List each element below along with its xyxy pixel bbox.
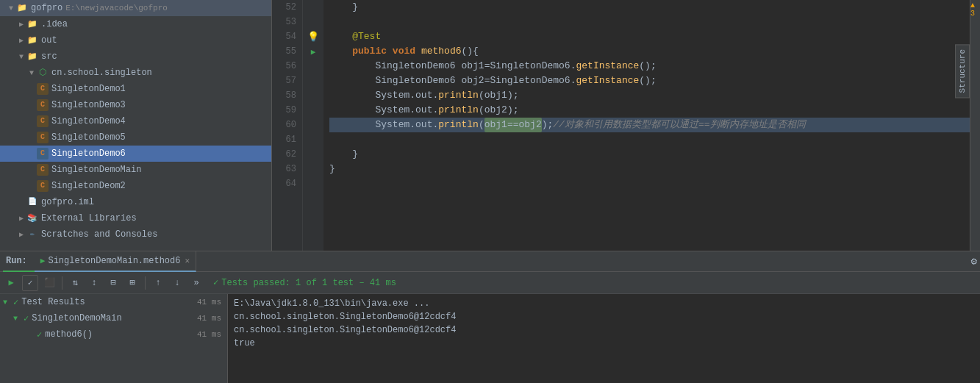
sep1 [62,276,62,290]
gutter-63 [303,162,323,176]
test-method6-label: method6() [45,329,93,340]
method6-check-icon: ✓ [37,329,42,340]
sidebar-item-deom2[interactable]: C SingletonDeom2 [0,178,271,194]
test-method6[interactable]: ✓ method6() 41 ms [0,326,227,343]
code-line-54: @Test [329,29,980,44]
test-singleton-main[interactable]: ▼ ✓ SingletonDemoMain 41 ms [0,310,227,326]
sidebar-item-package[interactable]: ▼ ⬡ cn.school.singleton [0,65,271,81]
sort-desc-button[interactable]: ↕ [86,275,102,291]
idea-arrow: ▶ [16,20,26,29]
scratches-label: Scratches and Consoles [41,229,157,240]
demo6-icon: C [37,148,49,160]
sidebar-item-demo5[interactable]: C SingletonDemo5 [0,129,271,146]
panel-actions: ⚙ [971,255,977,268]
code-line-63: } [329,162,980,176]
gutter-55: ▶ [303,44,323,59]
sidebar-item-demo4[interactable]: C SingletonDemo4 [0,113,271,129]
run-text: Run: [6,256,27,266]
deom2-icon: C [37,180,49,192]
code-editor[interactable]: 52 53 54 55 56 57 58 59 60 61 62 63 64 💡 [272,0,980,251]
test-tree: ▼ ✓ Test Results 41 ms ▼ ✓ SingletonDemo… [0,294,228,383]
test-root-label: Test Results [21,297,85,307]
line-numbers: 52 53 54 55 56 57 58 59 60 61 62 63 64 [272,0,303,251]
main-expand-icon: ▼ [13,315,24,323]
run-tab-close[interactable]: ✕ [185,256,190,265]
gutter-56 [303,59,323,74]
run-toolbar: ▶ ✓ ⬛ ⇅ ↕ ⊟ ⊞ ↑ ↓ » ✓ Tests passed: 1 of… [0,272,980,294]
sort-asc-button[interactable]: ⇅ [67,275,83,291]
run-label: Run: [3,251,35,272]
sidebar-item-out[interactable]: ▶ 📁 out [0,32,271,49]
structure-label: Structure [958,49,967,93]
play-button[interactable]: ▶ [3,275,19,291]
editor-gutter: 💡 ▶ [303,0,323,251]
package-icon: ⬡ [37,67,49,79]
code-line-64 [329,176,980,191]
run-icon-55[interactable]: ▶ [311,47,316,57]
demo3-label: SingletonDemo3 [51,100,126,110]
tree-root[interactable]: ▼ 📁 gofpro E:\newjavacode\gofpro [0,0,271,16]
expand-arrow: ▼ [6,4,16,12]
structure-tab[interactable]: Structure [955,44,970,98]
extlib-label: External Libraries [41,213,137,223]
test-main-time: 41 ms [197,314,227,323]
right-gutter: ▲ 3 [970,0,980,251]
code-line-56: SingletonDemo6 obj1=SingletonDemo6.getIn… [329,59,980,74]
test-results-root[interactable]: ▼ ✓ Test Results 41 ms [0,294,227,310]
sidebar-item-demo1[interactable]: C SingletonDemo1 [0,81,271,97]
sidebar-item-demo3[interactable]: C SingletonDemo3 [0,97,271,113]
demo3-icon: C [37,99,49,111]
gutter-64 [303,176,323,191]
collapse-button[interactable]: ⊟ [105,275,121,291]
warning-marker: ▲ 3 [970,1,979,18]
code-line-61 [329,132,980,147]
code-line-55: public void method6(){ [329,44,980,59]
sidebar-item-scratches[interactable]: ▶ ✏ Scratches and Consoles [0,226,271,243]
run-tab-main[interactable]: ▶ SingletonDemoMain.method6 ✕ [35,251,196,272]
sidebar-item-demomain[interactable]: C SingletonDemoMain [0,162,271,178]
gutter-57 [303,74,323,88]
sidebar-item-demo6[interactable]: C SingletonDemo6 [0,146,271,162]
console-output[interactable]: E:\Java\jdk1.8.0_131\bin\java.exe ... cn… [228,294,980,383]
sidebar-item-iml[interactable]: 📄 gofpro.iml [0,194,271,210]
project-folder-icon: 📁 [16,2,28,14]
sidebar-item-src[interactable]: ▼ 📁 src [0,49,271,65]
main-area: ▼ 📁 gofpro E:\newjavacode\gofpro ▶ 📁 .id… [0,0,980,251]
gutter-61 [303,132,323,147]
main-check-icon: ✓ [24,313,29,324]
code-line-62: } [329,147,980,162]
run-tab-icon: ▶ [40,256,46,265]
src-folder-icon: 📁 [26,51,38,62]
iml-label: gofpro.iml [41,197,94,207]
check-button[interactable]: ✓ [22,275,38,291]
project-name: gofpro [31,3,62,13]
pkg-arrow: ▼ [26,69,37,77]
more-button[interactable]: » [188,275,204,291]
code-line-60: System.out.println(obj1==obj2);//对象和引用数据… [329,118,980,132]
deom2-label: SingletonDeom2 [51,181,126,191]
sidebar-item-idea[interactable]: ▶ 📁 .idea [0,16,271,32]
annotation-test: @Test [352,29,381,44]
demo1-label: SingletonDemo1 [51,84,126,94]
idea-folder-icon: 📁 [26,18,38,30]
up-button[interactable]: ↑ [150,275,166,291]
project-tree: ▼ 📁 gofpro E:\newjavacode\gofpro ▶ 📁 .id… [0,0,272,251]
extlib-arrow: ▶ [16,214,26,223]
console-line-4: true [234,337,974,350]
pass-badge: ✓ Tests passed: 1 of 1 test – 41 ms [213,277,396,288]
out-folder-icon: 📁 [26,35,38,46]
run-tab-bar: Run: ▶ SingletonDemoMain.method6 ✕ ⚙ [0,251,980,272]
expand-button[interactable]: ⊞ [124,275,140,291]
stop-button[interactable]: ⬛ [41,275,57,291]
down-button[interactable]: ↓ [169,275,185,291]
package-label: cn.school.singleton [51,68,152,78]
demo1-icon: C [37,83,49,95]
idea-label: .idea [41,19,68,29]
code-content[interactable]: } @Test public void method6(){ Singleton… [323,0,980,251]
code-line-53 [329,15,980,29]
settings-gear-icon[interactable]: ⚙ [971,255,977,268]
demo6-label: SingletonDemo6 [51,148,126,159]
sidebar-item-extlib[interactable]: ▶ 📚 External Libraries [0,210,271,226]
bulb-icon[interactable]: 💡 [307,31,319,43]
test-main-label: SingletonDemoMain [32,313,121,323]
